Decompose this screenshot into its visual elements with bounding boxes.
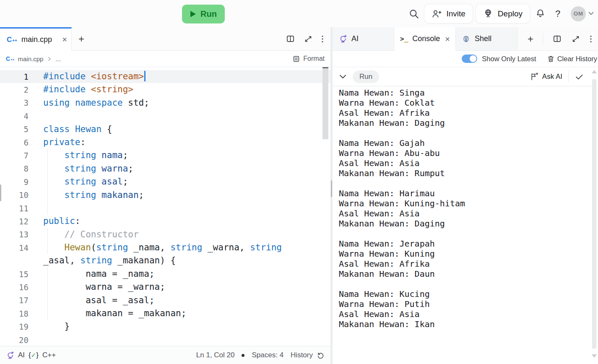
code-line[interactable]: 17 asal = _asal; bbox=[0, 294, 330, 307]
code-line[interactable]: 16 warna = _warna; bbox=[0, 281, 330, 294]
line-number: 3 bbox=[0, 98, 29, 107]
console-output[interactable]: Nama Hewan: SingaWarna Hewan: CoklatAsal… bbox=[333, 86, 598, 364]
code-text: _asal, string _makanan) { bbox=[29, 254, 330, 267]
code-line[interactable]: 3using namespace std; bbox=[0, 96, 330, 109]
status-lang-label: C++ bbox=[42, 351, 56, 359]
code-line[interactable]: 2#include <string> bbox=[0, 83, 330, 96]
code-line[interactable]: 12public: bbox=[0, 215, 330, 228]
code-line[interactable]: 11 bbox=[0, 202, 330, 215]
console-scrollbar[interactable] bbox=[592, 68, 597, 360]
avatar-initials: OM bbox=[574, 10, 583, 17]
console-line: Nama Hewan: Gajah bbox=[339, 138, 598, 148]
kebab-menu-icon[interactable] bbox=[321, 34, 324, 44]
spaces-setting[interactable]: Spaces: 4 bbox=[252, 351, 283, 359]
pane-resize-handle[interactable] bbox=[331, 180, 332, 197]
tab-main-cpp-label: main.cpp bbox=[21, 35, 52, 44]
help-button[interactable]: ? bbox=[549, 5, 567, 23]
editor-scrollbar[interactable] bbox=[322, 67, 328, 346]
split-pane-icon[interactable] bbox=[286, 34, 295, 44]
code-line[interactable]: 1#include <iostream> bbox=[0, 70, 330, 83]
tab-ai[interactable]: AI bbox=[333, 27, 394, 50]
breadcrumb-file[interactable]: main.cpp bbox=[18, 55, 43, 62]
editor-scrollbar-thumb[interactable] bbox=[322, 67, 328, 139]
split-pane-icon[interactable] bbox=[552, 34, 562, 44]
tab-main-cpp[interactable]: C++ main.cpp × bbox=[0, 27, 72, 51]
chevron-down-icon[interactable] bbox=[588, 12, 594, 16]
line-number: 15 bbox=[0, 270, 29, 279]
command-run-chip[interactable]: Run bbox=[353, 70, 379, 83]
format-button[interactable]: Format bbox=[292, 55, 325, 63]
history-label: History bbox=[291, 351, 313, 359]
clear-history-button[interactable]: Clear History bbox=[547, 55, 597, 63]
expand-icon[interactable] bbox=[304, 34, 313, 44]
tab-console[interactable]: >_ Console × bbox=[394, 27, 456, 51]
cursor-position[interactable]: Ln 1, Col 20 bbox=[196, 351, 235, 359]
code-line[interactable]: 18 makanan = _makanan; bbox=[0, 307, 330, 320]
deploy-button[interactable]: Deploy bbox=[476, 4, 530, 23]
code-line[interactable]: 19 } bbox=[0, 320, 330, 333]
search-button[interactable] bbox=[405, 5, 423, 23]
console-scrollbar-track[interactable] bbox=[592, 79, 596, 348]
new-tab-button[interactable]: + bbox=[72, 27, 91, 50]
flag-plus-icon bbox=[530, 72, 538, 81]
checkmark-icon[interactable] bbox=[575, 72, 584, 81]
line-number: 16 bbox=[0, 283, 29, 292]
code-text: private: bbox=[29, 136, 330, 149]
notifications-button[interactable] bbox=[531, 5, 549, 23]
close-icon[interactable]: × bbox=[62, 35, 67, 44]
code-line[interactable]: 5class Hewan { bbox=[0, 123, 330, 136]
code-line[interactable]: 9 string asal; bbox=[0, 175, 330, 188]
code-text: class Hewan { bbox=[29, 123, 330, 136]
code-line[interactable]: 15 nama = _nama; bbox=[0, 268, 330, 281]
console-tabbar-actions: + bbox=[528, 27, 598, 50]
console-pane: AI >_ Console × Shell + Show Only Latest bbox=[333, 27, 598, 364]
show-only-latest-label: Show Only Latest bbox=[482, 55, 536, 63]
line-number: 9 bbox=[0, 177, 29, 187]
code-line[interactable]: _asal, string _makanan) { bbox=[0, 254, 330, 267]
status-ai-button[interactable]: AI bbox=[6, 351, 25, 359]
collapse-chevron-icon[interactable] bbox=[339, 74, 346, 79]
kebab-menu-icon[interactable] bbox=[590, 34, 592, 44]
code-line[interactable]: 7 string nama; bbox=[0, 149, 330, 162]
show-only-latest-toggle[interactable] bbox=[462, 55, 477, 63]
deploy-button-label: Deploy bbox=[498, 9, 523, 18]
code-text: string makanan; bbox=[29, 189, 330, 202]
code-line[interactable]: 6private: bbox=[0, 136, 330, 149]
line-number: 14 bbox=[0, 243, 29, 252]
left-edge-resize-handle[interactable] bbox=[0, 185, 1, 201]
code-line[interactable]: 8 string warna; bbox=[0, 162, 330, 175]
code-line[interactable]: 20 bbox=[0, 333, 330, 346]
code-line[interactable]: 14 Hewan(string _nama, string _warna, st… bbox=[0, 241, 330, 254]
new-tab-button[interactable]: + bbox=[528, 33, 533, 45]
ask-ai-button[interactable]: Ask AI bbox=[530, 72, 562, 81]
tab-ai-label: AI bbox=[351, 34, 359, 43]
scroll-down-arrow[interactable] bbox=[592, 354, 597, 358]
ai-icon bbox=[338, 34, 347, 43]
code-line[interactable]: 10 string makanan; bbox=[0, 189, 330, 202]
bell-icon bbox=[535, 8, 546, 19]
scroll-up-arrow[interactable] bbox=[592, 70, 597, 73]
code-line[interactable]: 4 bbox=[0, 109, 330, 122]
code-text: // Constructor bbox=[29, 228, 330, 241]
invite-button[interactable]: Invite bbox=[424, 4, 472, 23]
expand-icon[interactable] bbox=[571, 34, 580, 44]
console-line: Nama Hewan: Jerapah bbox=[339, 239, 598, 249]
header-actions: Invite Deploy ? OM bbox=[405, 0, 594, 27]
code-lines: 1#include <iostream>2#include <string>3u… bbox=[0, 70, 330, 346]
code-editor[interactable]: 1#include <iostream>2#include <string>3u… bbox=[0, 67, 330, 346]
history-button[interactable]: History bbox=[291, 351, 325, 359]
console-line bbox=[339, 279, 598, 289]
line-number: 18 bbox=[0, 309, 29, 318]
status-language[interactable]: {✓} C++ bbox=[29, 351, 56, 359]
code-text: string warna; bbox=[29, 162, 330, 175]
status-right: Ln 1, Col 20 Spaces: 4 History bbox=[196, 351, 325, 359]
line-number: 1 bbox=[0, 72, 29, 81]
chevron-right-icon bbox=[47, 56, 52, 62]
code-line[interactable]: 13 // Constructor bbox=[0, 228, 330, 241]
close-icon[interactable]: × bbox=[445, 35, 450, 43]
breadcrumb-more[interactable]: ... bbox=[55, 55, 61, 62]
tab-shell[interactable]: Shell bbox=[456, 27, 517, 50]
run-button-label: Run bbox=[200, 9, 217, 19]
avatar[interactable]: OM bbox=[571, 6, 586, 21]
run-button[interactable]: Run bbox=[182, 5, 225, 23]
